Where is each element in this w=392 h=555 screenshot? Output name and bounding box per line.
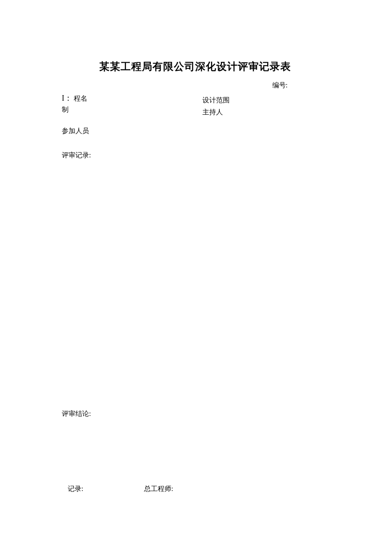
marker-i: I： (62, 94, 72, 102)
participants-label: 参加人员 (62, 127, 328, 136)
serial-number-label: 编号: (62, 81, 328, 90)
header-left-column: I： 程名 制 (62, 93, 202, 118)
project-name-line1: I： 程名 (62, 93, 202, 104)
project-name-text: 程名 (74, 95, 87, 102)
conclusion-label: 评审结论: (62, 410, 328, 418)
review-record-label: 评审记录: (62, 151, 328, 160)
header-right-column: 设计范围 主持人 (202, 93, 328, 118)
document-page: 某某工程局有限公司深化设计评审记录表 编号: I： 程名 制 设计范围 主持人 … (0, 0, 392, 519)
signature-row: 记录: 总工程师: (62, 485, 328, 494)
project-name-line2: 制 (62, 104, 202, 115)
host-label: 主持人 (202, 106, 328, 118)
conclusion-space (62, 418, 328, 485)
header-section: I： 程名 制 设计范围 主持人 (62, 93, 328, 118)
document-title: 某某工程局有限公司深化设计评审记录表 (62, 60, 328, 73)
recorder-label: 记录: (68, 485, 142, 494)
design-scope-label: 设计范围 (202, 94, 328, 106)
chief-engineer-label: 总工程师: (144, 485, 173, 492)
review-record-space (62, 160, 328, 410)
